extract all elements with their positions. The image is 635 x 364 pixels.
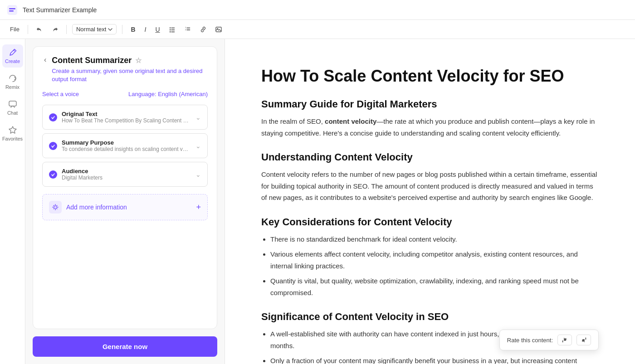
thumbs-up-button[interactable] [557, 335, 572, 345]
section-body-1: Content velocity refers to the number of… [261, 169, 599, 204]
section-heading-3: Significance of Content Velocity in SEO [261, 311, 599, 323]
add-more-plus-icon: + [196, 203, 201, 212]
chevron-down-icon [108, 27, 112, 32]
panel-title: Content Summarizer ☆ [52, 56, 208, 65]
svg-rect-10 [186, 27, 190, 28]
svg-rect-0 [7, 5, 17, 15]
sidebar-item-favorites[interactable]: Favorites [2, 122, 23, 145]
field-group: Original Text How To Beat The Competitio… [42, 105, 208, 187]
section-heading-2: Key Considerations for Content Velocity [261, 216, 599, 228]
add-more-information-button[interactable]: Add more information + [42, 194, 208, 220]
svg-rect-6 [171, 29, 175, 30]
svg-point-3 [169, 27, 171, 29]
file-menu[interactable]: File [7, 24, 22, 34]
star-icon [8, 126, 17, 135]
panel-language: Language: English (American) [128, 91, 208, 97]
toolbar: File Normal text B I U 12 [0, 20, 635, 39]
select-voice-link[interactable]: Select a voice [42, 91, 79, 97]
underline-button[interactable]: U [152, 24, 162, 35]
svg-point-7 [169, 31, 171, 32]
panel-voice-row: Select a voice Language: English (Americ… [42, 91, 208, 97]
generate-now-button[interactable]: Generate now [33, 336, 217, 357]
bullet-list-button[interactable] [166, 24, 178, 34]
toolbar-separator-3 [122, 25, 122, 34]
link-button[interactable] [197, 24, 209, 34]
language-value-link[interactable]: English (American) [158, 91, 208, 97]
undo-button[interactable] [34, 24, 45, 34]
field-check-summary [49, 142, 57, 150]
field-content-summary: Summary Purpose To condense detailed ins… [62, 139, 191, 152]
svg-rect-4 [171, 27, 175, 28]
bullet-item: Various elements affect content velocity… [270, 248, 599, 272]
toolbar-separator-1 [28, 25, 28, 34]
bold-button[interactable]: B [128, 24, 138, 35]
text-style-dropdown[interactable]: Normal text [72, 24, 117, 34]
rate-tooltip: Rate this content: [499, 330, 599, 350]
bullet-item: Quantity is vital, but quality, website … [270, 275, 599, 298]
favorite-star-icon[interactable]: ☆ [135, 56, 142, 65]
section-heading-1: Understanding Content Velocity [261, 151, 599, 163]
toolbar-separator-2 [66, 25, 67, 34]
thumbs-down-icon [581, 337, 587, 343]
thumbs-down-button[interactable] [576, 335, 591, 345]
remix-icon [8, 74, 17, 83]
thumbs-up-icon [562, 337, 568, 343]
top-bar: Text Summarizer Example [0, 0, 635, 20]
svg-rect-8 [171, 31, 175, 32]
sidebar-item-favorites-label: Favorites [2, 136, 23, 141]
rate-label: Rate this content: [507, 337, 553, 344]
section-bullets-2: There is no standardized benchmark for i… [261, 233, 599, 299]
sidebar-item-chat-label: Chat [7, 110, 18, 116]
panel-card: ‹ Content Summarizer ☆ Create a summary,… [33, 46, 217, 329]
field-summary-purpose[interactable]: Summary Purpose To condense detailed ins… [42, 133, 208, 158]
add-more-label: Add more information [66, 204, 191, 211]
italic-button[interactable]: I [142, 24, 149, 35]
chat-icon [8, 100, 17, 109]
sparkle-icon [52, 204, 59, 211]
bullet-item: Only a fraction of your content may sign… [270, 355, 599, 364]
panel-bottom: Generate now [33, 336, 217, 357]
sidebar-item-create[interactable]: Create [2, 44, 23, 68]
sidebar-item-chat[interactable]: Chat [2, 96, 23, 119]
svg-text:2: 2 [185, 28, 186, 30]
text-style-label: Normal text [76, 26, 106, 33]
svg-point-5 [169, 29, 171, 30]
content-intro: In the realm of SEO, content velocity—th… [261, 116, 599, 139]
svg-rect-12 [186, 29, 190, 30]
svg-rect-1 [9, 8, 15, 10]
numbered-list-button[interactable]: 12 [182, 24, 194, 34]
image-button[interactable] [213, 24, 225, 34]
page-title: Text Summarizer Example [23, 6, 97, 14]
chevron-audience-icon: ⌄ [195, 171, 201, 178]
app-logo [7, 5, 17, 15]
panel-title-block: Content Summarizer ☆ Create a summary, g… [52, 56, 208, 83]
chevron-original-icon: ⌄ [195, 114, 201, 121]
panel-header: ‹ Content Summarizer ☆ Create a summary,… [42, 56, 208, 83]
add-info-icon [49, 201, 62, 214]
svg-rect-2 [9, 10, 14, 12]
content-area: How To Scale Content Velocity for SEO Su… [225, 39, 635, 364]
sidebar-item-create-label: Create [5, 58, 20, 64]
sidebar-item-remix-label: Remix [5, 84, 20, 90]
field-original-text[interactable]: Original Text How To Beat The Competitio… [42, 105, 208, 130]
panel-subtitle: Create a summary, given some original te… [52, 67, 208, 83]
field-content-original: Original Text How To Beat The Competitio… [62, 111, 191, 124]
bullet-item: There is no standardized benchmark for i… [270, 233, 599, 245]
create-icon [8, 48, 17, 57]
content-subtitle: Summary Guide for Digital Marketers [261, 98, 599, 110]
field-audience[interactable]: Audience Digital Marketers ⌄ [42, 162, 208, 187]
content-title: How To Scale Content Velocity for SEO [261, 66, 599, 86]
panel-spacer [42, 228, 208, 320]
chevron-summary-icon: ⌄ [195, 142, 201, 150]
sidebar-icons: Create Remix Chat Favorites [0, 39, 25, 364]
svg-rect-15 [9, 101, 16, 106]
back-button[interactable]: ‹ [42, 56, 48, 64]
field-check-audience [49, 170, 57, 179]
sidebar-item-remix[interactable]: Remix [2, 70, 23, 93]
field-content-audience: Audience Digital Marketers [62, 168, 191, 181]
main-layout: Create Remix Chat Favorites [0, 39, 635, 364]
redo-button[interactable] [49, 24, 61, 34]
field-check-original [49, 113, 57, 121]
panel: ‹ Content Summarizer ☆ Create a summary,… [25, 39, 225, 364]
